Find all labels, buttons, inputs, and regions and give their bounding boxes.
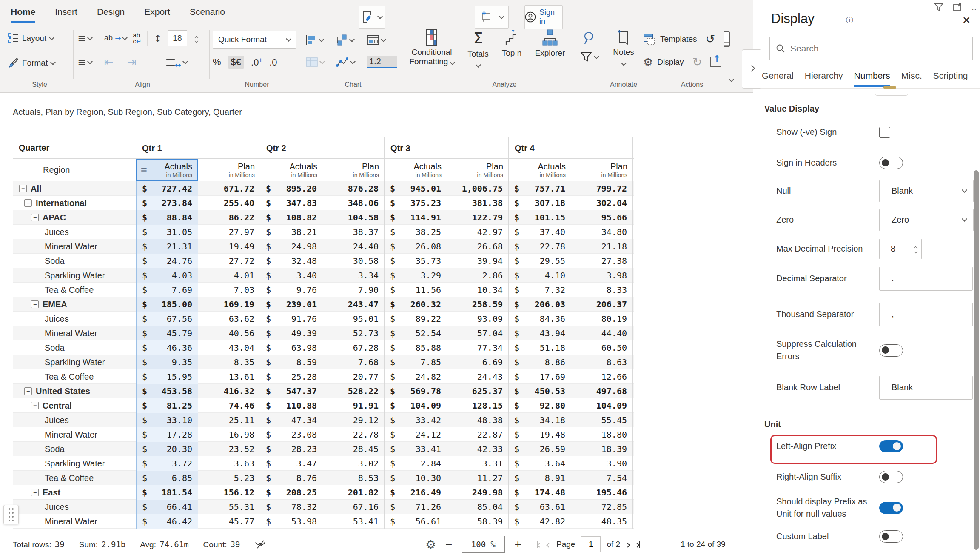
value-cell[interactable]: $114.91 [385, 210, 447, 225]
value-cell[interactable]: 18.39 [571, 442, 633, 456]
value-cell[interactable]: $101.15 [509, 210, 571, 225]
value-cell[interactable]: $11.56 [385, 283, 447, 297]
display-settings-button[interactable]: ⚙ Display [643, 56, 684, 69]
vertical-align-button[interactable]: ≡ [77, 32, 92, 44]
value-cell[interactable]: 381.38 [447, 196, 509, 210]
value-cell[interactable]: $181.54 [136, 485, 198, 500]
ruler-icon[interactable] [724, 31, 730, 47]
value-cell[interactable]: $25.28 [260, 369, 322, 384]
value-cell[interactable]: 104.09 [571, 398, 633, 413]
row-label-cell[interactable]: Sparkling Water [13, 355, 136, 369]
collapse-icon[interactable]: − [24, 387, 32, 395]
number-spinner[interactable]: 8 [879, 239, 922, 259]
value-cell[interactable]: 7.68 [322, 355, 385, 369]
measure-header[interactable]: Planin Millions [571, 159, 633, 181]
value-cell[interactable]: $216.49 [385, 485, 447, 500]
value-cell[interactable]: 5.23 [198, 471, 260, 485]
value-cell[interactable]: 48.35 [571, 514, 633, 529]
dropdown[interactable]: Zero [879, 209, 974, 231]
value-cell[interactable]: 12.66 [571, 369, 633, 384]
value-cell[interactable]: $10.30 [385, 471, 447, 485]
value-cell[interactable]: $32.48 [260, 254, 322, 268]
next-page-button[interactable] [626, 540, 630, 549]
value-cell[interactable]: $450.53 [509, 384, 571, 398]
value-cell[interactable]: $33.41 [385, 442, 447, 456]
value-cell[interactable]: $945.01 [385, 181, 447, 196]
measure-header[interactable]: Planin Millions [198, 159, 260, 181]
row-label-cell[interactable]: Mineral Water [13, 239, 136, 254]
collapse-icon[interactable]: − [31, 489, 39, 496]
text-direction-button[interactable]: ab→ [104, 34, 127, 43]
value-cell[interactable]: 22.78 [322, 427, 385, 442]
totals-button[interactable]: Σ Totals [464, 29, 492, 67]
value-cell[interactable]: $29.55 [509, 254, 571, 268]
value-cell[interactable]: $3.29 [385, 268, 447, 283]
value-cell[interactable]: $45.79 [136, 326, 198, 340]
value-cell[interactable]: 1,006.75 [447, 181, 509, 196]
redo-icon[interactable]: ↻ [692, 57, 702, 68]
value-cell[interactable]: $8.76 [260, 471, 322, 485]
value-cell[interactable]: $239.01 [260, 297, 322, 312]
currency-format-button[interactable]: $€ [228, 56, 244, 69]
collapse-icon[interactable]: − [31, 300, 39, 308]
value-cell[interactable]: $7.85 [385, 355, 447, 369]
value-cell[interactable]: 156.12 [198, 485, 260, 500]
value-cell[interactable]: 29.12 [322, 413, 385, 427]
value-cell[interactable]: 243.47 [322, 297, 385, 312]
line-chart-button[interactable] [336, 57, 367, 68]
tab-scenario[interactable]: Scenario [190, 7, 225, 23]
value-cell[interactable]: $895.20 [260, 181, 322, 196]
row-label-cell[interactable]: Tea & Coffee [13, 471, 136, 485]
decrease-decimal-button[interactable]: .0− [269, 56, 281, 68]
value-cell[interactable]: $9.35 [136, 355, 198, 369]
value-cell[interactable]: 625.37 [447, 384, 509, 398]
toggle[interactable] [879, 530, 903, 543]
value-cell[interactable]: $8.91 [509, 471, 571, 485]
value-cell[interactable]: $185.00 [136, 297, 198, 312]
borders-button[interactable]: ↔ [166, 55, 187, 69]
add-comment-button[interactable] [475, 6, 509, 29]
row-label-cell[interactable]: Sparkling Water [13, 456, 136, 471]
value-cell[interactable]: $20.30 [136, 442, 198, 456]
value-cell[interactable]: $67.56 [136, 312, 198, 326]
row-label-cell[interactable]: Soda [13, 254, 136, 268]
row-label-cell[interactable]: −United States [13, 384, 136, 398]
increase-decimal-button[interactable]: .0+ [251, 56, 262, 68]
value-cell[interactable]: $3.47 [260, 456, 322, 471]
value-cell[interactable]: $28.23 [260, 442, 322, 456]
value-cell[interactable]: 43.04 [198, 340, 260, 355]
value-cell[interactable]: $35.73 [385, 254, 447, 268]
value-cell[interactable]: 27.72 [198, 254, 260, 268]
row-label-cell[interactable]: Mineral Water [13, 427, 136, 442]
toggle[interactable] [879, 502, 903, 514]
panel-scrollbar[interactable] [974, 170, 979, 550]
value-cell[interactable]: 2.86 [447, 268, 509, 283]
tab-design[interactable]: Design [97, 7, 125, 23]
value-cell[interactable]: 128.15 [447, 398, 509, 413]
settings-gear-icon[interactable]: ⚙ [425, 538, 436, 552]
value-cell[interactable]: 23.52 [198, 442, 260, 456]
value-cell[interactable]: 302.04 [571, 196, 633, 210]
collapse-icon[interactable]: − [24, 199, 32, 207]
panel-expander-button[interactable] [742, 49, 761, 89]
tab-export[interactable]: Export [144, 7, 170, 23]
toggle[interactable] [879, 344, 903, 357]
filter-button[interactable] [580, 51, 598, 63]
value-cell[interactable]: 42.33 [447, 442, 509, 456]
value-cell[interactable]: 60.50 [571, 340, 633, 355]
value-cell[interactable]: $9.76 [260, 283, 322, 297]
toggle[interactable] [879, 157, 903, 169]
value-cell[interactable]: 8.53 [322, 471, 385, 485]
value-cell[interactable]: 58.39 [447, 514, 509, 529]
value-cell[interactable]: $727.42 [136, 181, 198, 196]
value-cell[interactable]: $38.25 [385, 225, 447, 239]
row-label-cell[interactable]: Sparkling Water [13, 268, 136, 283]
value-cell[interactable]: 67.16 [322, 500, 385, 514]
value-cell[interactable]: 3.31 [447, 456, 509, 471]
value-cell[interactable]: $43.94 [509, 326, 571, 340]
value-cell[interactable]: 40.56 [198, 326, 260, 340]
measure-header[interactable]: Actualsin Millions [385, 159, 447, 181]
value-cell[interactable]: $273.84 [136, 196, 198, 210]
value-cell[interactable]: $51.18 [509, 340, 571, 355]
info-icon[interactable]: ⓘ [846, 15, 853, 25]
